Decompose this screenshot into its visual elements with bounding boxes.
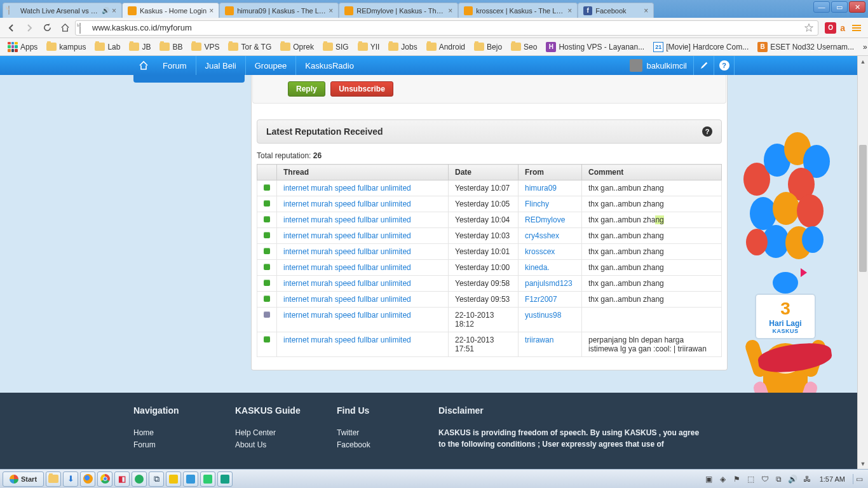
bookmarks-overflow[interactable]: »: [859, 43, 868, 51]
bookmark-item[interactable]: 21[Movie] Hardcore Com...: [649, 41, 752, 53]
user-link[interactable]: krosscex: [525, 247, 555, 256]
tray-icon[interactable]: ▣: [704, 474, 714, 484]
bookmark-item[interactable]: BB: [156, 41, 186, 53]
bookmark-item[interactable]: Android: [423, 41, 469, 53]
task-explorer[interactable]: [46, 471, 61, 487]
browser-tab[interactable]: fFacebook×: [578, 3, 654, 18]
browser-tab[interactable]: krosscex | Kaskus - The Larg×: [458, 3, 578, 18]
bookmark-star-icon[interactable]: [804, 23, 814, 33]
chrome-menu-icon[interactable]: [849, 20, 864, 36]
tab-close-icon[interactable]: ×: [644, 6, 648, 15]
thread-link[interactable]: internet murah speed fullbar unlimited: [283, 215, 411, 224]
user-link[interactable]: F1zr2007: [525, 295, 557, 304]
forward-button[interactable]: [22, 20, 37, 36]
reply-button[interactable]: Reply: [288, 81, 325, 97]
tab-close-icon[interactable]: ×: [112, 6, 116, 15]
thread-link[interactable]: internet murah speed fullbar unlimited: [283, 336, 411, 344]
nav-home-icon[interactable]: [133, 60, 154, 71]
user-link[interactable]: Flinchy: [525, 200, 549, 208]
user-link[interactable]: cry4sshex: [525, 231, 559, 240]
footer-link-twitter[interactable]: Twitter: [337, 427, 438, 439]
tab-close-icon[interactable]: ×: [209, 6, 214, 15]
footer-link-help[interactable]: Help Center: [235, 427, 337, 439]
nav-forum[interactable]: Forum: [154, 56, 196, 75]
bookmark-item[interactable]: Bejo: [470, 41, 506, 53]
thread-link[interactable]: internet murah speed fullbar unlimited: [283, 184, 411, 193]
nav-kaskusradio[interactable]: KaskusRadio: [295, 56, 363, 75]
footer-link-home[interactable]: Home: [133, 427, 235, 439]
tray-icon[interactable]: ◈: [718, 474, 728, 484]
task-app1[interactable]: ◧: [114, 471, 130, 487]
tray-icon[interactable]: 🛡: [760, 474, 770, 484]
task-downloads[interactable]: ⬇: [63, 471, 78, 487]
tray-network-icon[interactable]: 🖧: [802, 474, 812, 484]
scroll-up-icon[interactable]: ▲: [858, 56, 868, 67]
bookmark-item[interactable]: Tor & TG: [224, 41, 275, 53]
task-app2[interactable]: [132, 471, 147, 487]
bookmark-item[interactable]: Apps: [4, 41, 41, 53]
bookmark-item[interactable]: Lab: [91, 41, 124, 53]
window-maximize[interactable]: ▭: [831, 1, 848, 13]
task-app4[interactable]: [166, 471, 181, 487]
user-link[interactable]: panjulsmd123: [525, 279, 573, 288]
task-firefox[interactable]: [80, 471, 95, 487]
footer-link-forum[interactable]: Forum: [133, 439, 235, 451]
window-close[interactable]: ✕: [849, 1, 865, 13]
show-desktop[interactable]: ▭: [853, 474, 863, 484]
browser-tab[interactable]: REDmylove | Kaskus - The La×: [339, 3, 458, 18]
tray-volume-icon[interactable]: 🔊: [788, 474, 798, 484]
bookmark-item[interactable]: BESET Nod32 Usernam...: [754, 41, 858, 53]
adblock-icon[interactable]: O: [825, 22, 836, 34]
help-icon[interactable]: ?: [702, 126, 712, 137]
reload-button[interactable]: [39, 20, 55, 36]
nav-user[interactable]: bakulkimcil: [623, 59, 693, 72]
task-chrome[interactable]: [97, 471, 112, 487]
footer-link-facebook[interactable]: Facebook: [337, 439, 438, 451]
task-app3[interactable]: ⧉: [149, 471, 164, 487]
tab-close-icon[interactable]: ×: [329, 6, 333, 15]
tray-icon[interactable]: ⧉: [774, 474, 784, 484]
bookmark-item[interactable]: kampus: [43, 41, 90, 53]
task-app7[interactable]: [217, 471, 233, 487]
address-bar[interactable]: www.kaskus.co.id/myforum: [75, 20, 818, 36]
nav-edit-icon[interactable]: [693, 56, 714, 75]
bookmark-item[interactable]: JB: [125, 41, 154, 53]
extension-icon[interactable]: a: [840, 23, 845, 33]
thread-link[interactable]: internet murah speed fullbar unlimited: [283, 200, 411, 208]
task-app5[interactable]: [183, 471, 198, 487]
taskbar-clock[interactable]: 1:57 AM: [816, 475, 849, 483]
nav-jualbeli[interactable]: Jual Beli: [196, 56, 245, 75]
browser-tab[interactable]: Kaskus - Home Login×: [122, 3, 219, 18]
browser-tab[interactable]: himura09 | Kaskus - The Larg×: [219, 3, 339, 18]
nav-groupee[interactable]: Groupee: [245, 56, 296, 75]
back-button[interactable]: [4, 20, 19, 36]
tray-icon[interactable]: ⬚: [746, 474, 756, 484]
bookmark-item[interactable]: Jobs: [384, 41, 421, 53]
bookmark-item[interactable]: VPS: [187, 41, 223, 53]
user-link[interactable]: triirawan: [525, 336, 553, 344]
thread-link[interactable]: internet murah speed fullbar unlimited: [283, 231, 411, 240]
user-link[interactable]: yustinus98: [525, 311, 561, 320]
bookmark-item[interactable]: SIG: [319, 41, 353, 53]
thread-link[interactable]: internet murah speed fullbar unlimited: [283, 247, 411, 256]
thread-link[interactable]: internet murah speed fullbar unlimited: [283, 279, 411, 288]
user-link[interactable]: REDmylove: [525, 215, 565, 224]
tray-icon[interactable]: ⚑: [732, 474, 742, 484]
thread-link[interactable]: internet murah speed fullbar unlimited: [283, 263, 411, 272]
tab-close-icon[interactable]: ×: [567, 6, 572, 15]
thread-link[interactable]: internet murah speed fullbar unlimited: [283, 311, 411, 320]
footer-link-about[interactable]: About Us: [235, 439, 337, 451]
bookmark-item[interactable]: YII: [354, 41, 384, 53]
bookmark-item[interactable]: Oprek: [276, 41, 318, 53]
browser-tab[interactable]: Watch Live Arsenal vs Liv..🔊×: [3, 3, 122, 18]
bookmark-item[interactable]: HHosting VPS - Layanan...: [542, 41, 648, 53]
nav-help-icon[interactable]: ?: [714, 56, 734, 75]
window-minimize[interactable]: —: [813, 1, 830, 13]
scrollbar-thumb[interactable]: [859, 145, 867, 272]
scroll-down-icon[interactable]: ▼: [858, 458, 868, 469]
sidebar-button-stub[interactable]: [133, 75, 245, 83]
user-link[interactable]: himura09: [525, 184, 557, 193]
start-button[interactable]: Start: [3, 471, 44, 487]
bookmark-item[interactable]: Seo: [507, 41, 541, 53]
home-button[interactable]: [57, 20, 72, 36]
